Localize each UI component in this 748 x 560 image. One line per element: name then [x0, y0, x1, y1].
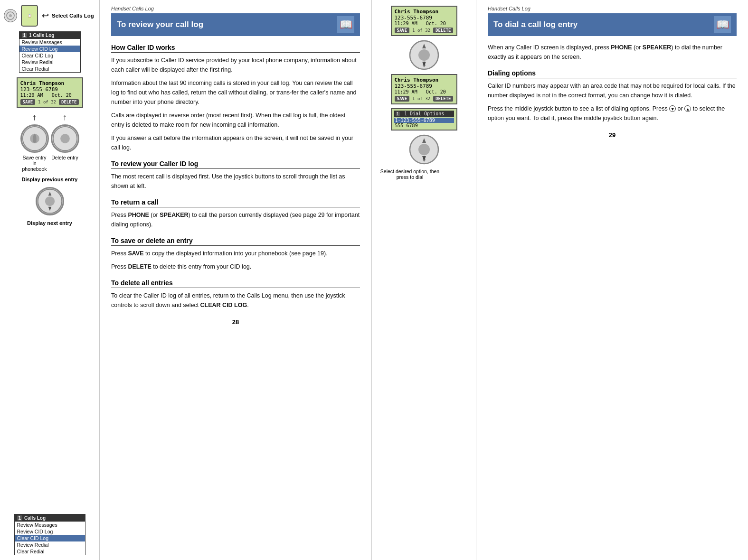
menu-item-review-redial-2[interactable]: Review Redial	[15, 541, 85, 548]
svg-point-15	[418, 144, 430, 155]
caller-time-2: 11:29 AM Oct. 20	[395, 21, 454, 26]
center-section-header: To review your call log 📖	[111, 13, 360, 36]
menu-item-clear-cid-1[interactable]: Clear CID Log	[19, 52, 80, 59]
book-icon-right: 📖	[714, 16, 731, 33]
para-caller-id-3: Calls are displayed in reverse order (mo…	[111, 111, 360, 130]
heading-return-call: To return a call	[111, 198, 360, 207]
rc-joystick-svg-1	[409, 40, 439, 70]
calls-log-title-2: Calls Log	[24, 515, 46, 521]
delete-joystick-area: ↑ Delete entry	[51, 112, 79, 160]
calls-log-header-1: 1 1 Calls Log	[19, 32, 80, 39]
up-arrow-icon: ↑	[32, 112, 37, 122]
rc-dial-options: 1 1 Dial Options 1-123-555-6789 555-6789	[377, 108, 471, 131]
down-arrow-icon: ↑	[63, 112, 67, 122]
menu-item-review-messages-2[interactable]: Review Messages	[15, 522, 85, 528]
lcd-counter-2: 1 of 32	[412, 28, 430, 33]
caller-num-3: 123-555-6789	[395, 83, 454, 89]
rc-joystick-svg-2	[409, 134, 439, 165]
right-center-panel: Chris Thompson 123-555-6789 11:29 AM Oct…	[372, 0, 476, 560]
delete-btn-3[interactable]: DELETE	[433, 96, 454, 102]
para-delete-all: To clear the Caller ID log of all entrie…	[111, 291, 360, 310]
lcd-btn-row-2: SAVE 1 of 32 DELETE	[395, 28, 454, 33]
lcd-display-2: Chris Thompson 123-555-6789 11:29 AM Oct…	[391, 6, 457, 36]
heading-dialing-options: Dialing options	[488, 69, 737, 78]
save-btn-3[interactable]: SAVE	[395, 96, 410, 102]
right-intro-text: When any Caller ID screen is displayed, …	[488, 43, 737, 62]
select-calls-row: 📋 ↩ Select Calls Log	[4, 5, 95, 27]
heading-how-caller-id: How Caller ID works	[111, 44, 360, 53]
menu-item-review-redial-1[interactable]: Review Redial	[19, 59, 80, 65]
arrow-icon: ↩	[42, 10, 49, 21]
joystick-press-save[interactable]	[20, 124, 49, 153]
right-section-header-text: To dial a call log entry	[493, 20, 578, 29]
para-review-cid: The most recent call is displayed first.…	[111, 172, 360, 191]
lcd-btn-row-1: SAVE 1 of 32 DELETE	[20, 99, 79, 105]
right-page-num: 29	[488, 131, 737, 139]
dial-opt-item-1[interactable]: 1-123-555-6789	[394, 118, 454, 123]
dial-opt-item-2[interactable]: 555-6789	[394, 123, 454, 128]
para-caller-id-4: If you answer a call before the informat…	[111, 133, 360, 152]
calls-log-num-badge-1: 1	[22, 33, 28, 38]
rc-lcd-3-container: Chris Thompson 123-555-6789 11:29 AM Oct…	[377, 74, 471, 104]
select-calls-label: Select Calls Log	[52, 13, 94, 19]
phone-screen-icon: 📋	[21, 5, 38, 27]
display-next-label: Display next entry	[27, 220, 72, 226]
save-entry-label: Save entry in phonebook	[20, 155, 49, 172]
rc-joystick-1	[377, 40, 471, 70]
joystick-nav-svg	[37, 186, 63, 216]
caller-num-2: 123-555-6789	[395, 15, 454, 21]
select-option-label: Select desired option, then press to dia…	[377, 168, 443, 180]
lcd-counter-1: 1 of 32	[38, 100, 56, 104]
caller-name-1: Chris Thompson	[20, 80, 79, 86]
delete-btn-1[interactable]: DELETE	[59, 99, 79, 105]
menu-item-review-cid-1[interactable]: Review CID Log	[19, 46, 80, 52]
joystick-svg-delete	[52, 124, 78, 153]
dial-opt-box: 1 1 Dial Options 1-123-555-6789 555-6789	[391, 108, 457, 131]
heading-save-delete: To save or delete an entry	[111, 237, 360, 246]
delete-entry-label: Delete entry	[51, 155, 79, 160]
para-delete: Press DELETE to delete this entry from y…	[111, 262, 360, 271]
left-panel: 📋 ↩ Select Calls Log 1 1 Calls Log Revie…	[0, 0, 100, 560]
nav-circle-icon	[4, 9, 17, 22]
lcd-counter-3: 1 of 32	[412, 96, 430, 101]
save-btn-1[interactable]: SAVE	[20, 99, 36, 105]
action-area: ↑ Save entry in phonebook ↑ D	[4, 112, 95, 172]
heading-delete-all: To delete all entries	[111, 279, 360, 288]
center-panel: Handset Calls Log To review your call lo…	[100, 0, 372, 560]
right-handset-title: Handset Calls Log	[488, 6, 737, 11]
svg-point-11	[418, 49, 430, 61]
display-previous-label: Display previous entry	[22, 177, 78, 182]
heading-review-cid: To review your Caller ID log	[111, 160, 360, 169]
caller-time-3: 11:29 AM Oct. 20	[395, 89, 454, 94]
center-section-header-text: To review your call log	[117, 20, 203, 29]
svg-point-5	[60, 134, 70, 143]
calls-log-num-badge-2: 1	[17, 515, 23, 521]
caller-name-3: Chris Thompson	[395, 77, 454, 83]
para-return-call: Press PHONE (or SPEAKER) to call the per…	[111, 210, 360, 229]
svg-point-7	[45, 196, 54, 206]
rc-joystick-2	[377, 134, 471, 165]
menu-item-clear-redial-2[interactable]: Clear Redial	[15, 548, 85, 555]
dial-opt-header: 1 1 Dial Options	[394, 111, 454, 117]
caller-num-1: 123-555-6789	[20, 86, 79, 93]
right-panel: Handset Calls Log To dial a call log ent…	[476, 0, 748, 560]
joystick-svg-save	[22, 124, 47, 153]
para-save: Press SAVE to copy the displayed informa…	[111, 249, 360, 258]
delete-btn-2[interactable]: DELETE	[433, 28, 454, 33]
center-page-num: 28	[111, 318, 360, 326]
menu-item-review-messages-1[interactable]: Review Messages	[19, 39, 80, 46]
right-section-header: To dial a call log entry 📖	[488, 13, 737, 36]
menu-item-review-cid-2[interactable]: Review CID Log	[15, 528, 85, 535]
top-row-icons: 📋 ↩	[4, 5, 49, 27]
joystick-press-delete[interactable]	[51, 124, 79, 153]
caller-name-2: Chris Thompson	[395, 9, 454, 15]
menu-item-clear-cid-2[interactable]: Clear CID Log	[15, 535, 85, 541]
book-icon-center: 📖	[337, 16, 354, 33]
center-handset-title: Handset Calls Log	[111, 6, 360, 11]
save-btn-2[interactable]: SAVE	[395, 28, 410, 33]
joystick-nav[interactable]	[36, 187, 64, 215]
para-dialing-2: Press the middle joystick button to see …	[488, 104, 737, 123]
lcd-display-1: Chris Thompson 123-555-6789 11:29 AM Oct…	[17, 77, 83, 108]
menu-item-clear-redial-1[interactable]: Clear Redial	[19, 65, 80, 72]
dial-opt-title: 1 Dial Options	[404, 111, 444, 116]
